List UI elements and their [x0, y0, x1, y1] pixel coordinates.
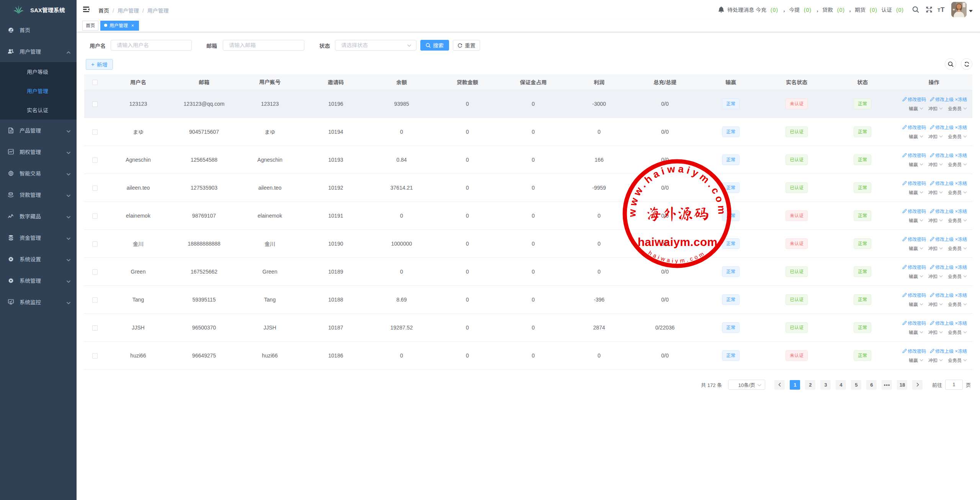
svg-text:T: T [941, 6, 945, 13]
svg-text:T: T [938, 8, 941, 13]
